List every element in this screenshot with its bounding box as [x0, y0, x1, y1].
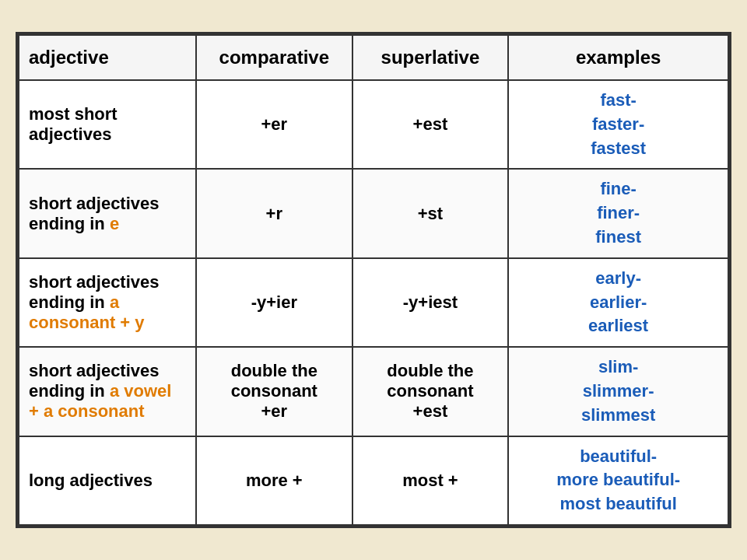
examples-cell-5: beautiful- more beautiful- most beautifu… — [508, 436, 728, 525]
comparative-text-1: +er — [261, 114, 287, 134]
comparative-cell-2: +r — [196, 169, 352, 257]
header-examples: examples — [508, 35, 728, 80]
adjective-prefix-3: short adjectivesending in — [29, 272, 160, 312]
examples-cell-1: fast- faster- fastest — [508, 80, 728, 169]
examples-cell-3: early- earlier- earliest — [508, 258, 728, 347]
adjective-text-1: most short adjectives — [29, 104, 117, 144]
examples-cell-4: slim- slimmer- slimmest — [508, 347, 728, 436]
superlative-text-2: +st — [418, 204, 443, 223]
comparative-cell-1: +er — [196, 80, 352, 169]
superlative-text-1: +est — [413, 114, 448, 134]
adjective-cell-4: short adjectivesending in a vowel+ a con… — [19, 347, 196, 436]
adjective-cell-3: short adjectivesending in aconsonant + y — [19, 258, 196, 347]
table-row: short adjectivesending in aconsonant + y… — [19, 258, 728, 347]
adjective-highlight-e: e — [110, 214, 119, 233]
header-superlative: superlative — [352, 35, 509, 80]
table-row: short adjectivesending in e +r +st fine-… — [19, 169, 728, 257]
comparative-cell-3: -y+ier — [196, 258, 352, 347]
comparative-text-3: -y+ier — [251, 292, 297, 312]
grammar-table: adjective comparative superlative exampl… — [16, 32, 731, 528]
superlative-cell-4: double the consonant +est — [352, 347, 509, 436]
superlative-text-3: -y+iest — [403, 292, 458, 312]
table-row: long adjectives more + most + beautiful-… — [19, 436, 728, 525]
header-adjective: adjective — [19, 35, 196, 80]
table-row: most short adjectives +er +est fast- fas… — [19, 80, 728, 169]
comparative-cell-4: double the consonant +er — [196, 347, 352, 436]
superlative-text-5: most + — [402, 471, 458, 490]
adjective-prefix-2: short adjectivesending in — [29, 194, 160, 233]
table-row: short adjectivesending in a vowel+ a con… — [19, 347, 728, 436]
adjective-cell-1: most short adjectives — [19, 80, 196, 169]
adjective-cell-2: short adjectivesending in e — [19, 169, 196, 257]
superlative-cell-1: +est — [352, 80, 509, 169]
comparative-text-2: +r — [266, 204, 282, 223]
adjective-text-5: long adjectives — [29, 471, 153, 490]
adjective-cell-5: long adjectives — [19, 436, 196, 525]
superlative-cell-5: most + — [352, 436, 509, 525]
comparative-text-5: more + — [246, 471, 303, 490]
comparative-cell-5: more + — [196, 436, 352, 525]
header-comparative: comparative — [196, 35, 352, 80]
superlative-cell-3: -y+iest — [352, 258, 509, 347]
superlative-cell-2: +st — [352, 169, 509, 257]
examples-cell-2: fine- finer- finest — [508, 169, 728, 257]
